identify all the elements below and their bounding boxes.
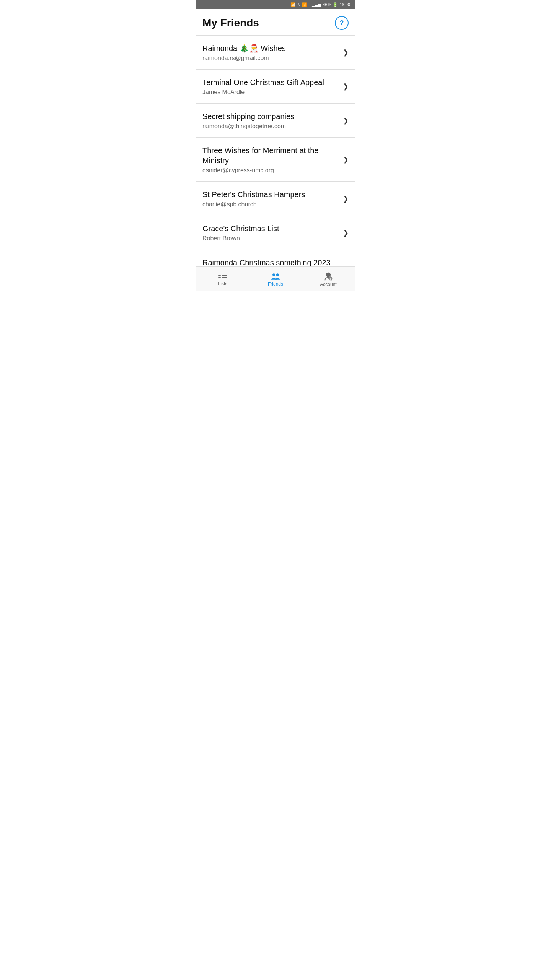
friend-item[interactable]: Terminal One Christmas Gift Appeal James… [196,70,355,104]
page-title: My Friends [202,17,259,29]
chevron-right-icon: ❯ [343,116,349,125]
friend-info: Secret shipping companies raimonda@thing… [202,111,338,130]
battery-icon: 🔋 [333,2,338,7]
chevron-right-icon: ❯ [343,229,349,237]
account-icon-svg: e [324,272,333,281]
friends-icon-svg [270,272,281,281]
friend-item[interactable]: St Peter's Christmas Hampers charlie@spb… [196,182,355,216]
friend-email: James McArdle [202,89,338,96]
svg-rect-2 [218,275,221,276]
svg-point-6 [272,273,275,276]
nav-item-account[interactable]: e Account [302,267,355,291]
friend-name: Terminal One Christmas Gift Appeal [202,77,338,87]
friend-name: Secret shipping companies [202,111,338,121]
bottom-navigation: Lists Friends e Account [196,267,355,291]
svg-rect-0 [218,273,221,273]
list-icon-svg [218,273,227,279]
friend-name: Three Wishes for Merriment at the Minist… [202,145,338,165]
chevron-right-icon: ❯ [343,194,349,203]
signal-icon: ▁▂▃▅ [309,2,321,7]
battery-percent: 46% [323,2,331,7]
help-button[interactable]: ? [335,16,349,30]
svg-text:e: e [329,277,331,280]
friend-info: Grace's Christmas List Robert Brown [202,224,338,242]
friend-item[interactable]: Raimonda 🎄🎅 Wishes raimonda.rs@gmail.com… [196,36,355,70]
friend-email: Robert Brown [202,235,338,242]
chevron-right-icon: ❯ [343,82,349,91]
friends-list: Raimonda 🎄🎅 Wishes raimonda.rs@gmail.com… [196,36,355,267]
svg-rect-1 [222,273,227,273]
friend-name-partial: Raimonda Christmas something 2023 [202,258,349,267]
friend-name: Raimonda 🎄🎅 Wishes [202,43,338,53]
status-bar: 📶 N 📶 ▁▂▃▅ 46% 🔋 16:00 [196,0,355,9]
friend-name: Grace's Christmas List [202,224,338,234]
friend-email: dsnider@cypress-umc.org [202,167,338,174]
svg-rect-3 [222,275,227,276]
nfc-icon: N [297,2,300,7]
chevron-right-icon: ❯ [343,155,349,164]
wifi-icon: 📶 [302,2,307,7]
friend-email: charlie@spb.church [202,201,338,208]
nav-label-friends: Friends [268,281,283,287]
status-icons: 📶 N 📶 ▁▂▃▅ 46% 🔋 16:00 [290,2,350,7]
svg-point-7 [276,273,279,276]
friend-info: Three Wishes for Merriment at the Minist… [202,145,338,174]
svg-rect-5 [222,277,227,278]
chevron-right-icon: ❯ [343,48,349,57]
nav-item-friends[interactable]: Friends [249,267,302,291]
friend-email: raimonda.rs@gmail.com [202,55,338,62]
nav-label-lists: Lists [218,281,228,286]
friend-item[interactable]: Three Wishes for Merriment at the Minist… [196,138,355,182]
friend-item[interactable]: Grace's Christmas List Robert Brown ❯ [196,216,355,250]
friend-info: Raimonda 🎄🎅 Wishes raimonda.rs@gmail.com [202,43,338,62]
friend-email: raimonda@thingstogetme.com [202,123,338,130]
friend-item[interactable]: Secret shipping companies raimonda@thing… [196,104,355,138]
page-header: My Friends ? [196,9,355,36]
nav-item-lists[interactable]: Lists [196,267,249,291]
friend-name: St Peter's Christmas Hampers [202,189,338,199]
clock: 16:00 [339,2,350,7]
friend-item-partial[interactable]: Raimonda Christmas something 2023 [196,250,355,267]
svg-rect-4 [218,277,221,278]
friend-info: St Peter's Christmas Hampers charlie@spb… [202,189,338,208]
nav-label-account: Account [320,282,336,287]
bluetooth-icon: 📶 [290,2,296,7]
lists-icon [218,273,227,279]
question-mark-icon: ? [340,19,344,27]
friend-info: Terminal One Christmas Gift Appeal James… [202,77,338,96]
